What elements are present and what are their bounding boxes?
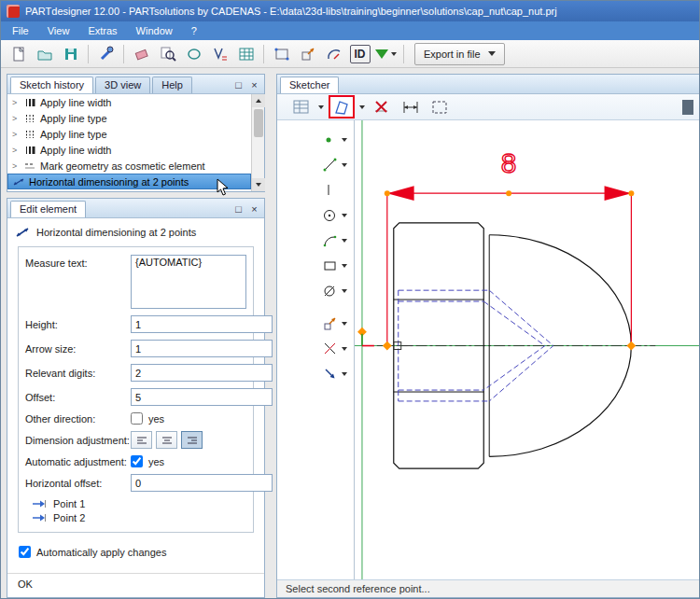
line-tool[interactable] [322,157,347,173]
scroll-thumb[interactable] [254,109,263,137]
dimension-grip[interactable] [506,190,511,196]
save-button[interactable] [58,42,83,65]
sketcher-statusbar: Select second reference point... [277,579,699,597]
close-panel-icon[interactable]: × [247,77,261,91]
tab-edit-element[interactable]: Edit element [10,201,86,217]
align-right-button[interactable] [181,431,203,449]
horizontal-dimension-button[interactable] [399,96,423,118]
open-file-button[interactable] [32,42,57,65]
app-icon [7,5,20,18]
relevant-digits-field[interactable] [131,364,273,382]
color-dropdown-button[interactable] [373,42,399,65]
apply-changes-checkbox[interactable] [19,546,31,558]
delete-dimension-button[interactable] [370,96,394,118]
dimension-arrow-tool[interactable] [322,366,347,382]
new-file-button[interactable] [6,42,31,65]
automatic-adjustment-checkbox[interactable] [131,455,143,467]
eraser-button[interactable] [129,42,154,65]
align-left-button[interactable] [131,431,152,449]
tree-item[interactable]: > Apply line type [7,110,251,126]
box-select-button[interactable] [269,42,294,65]
menu-view[interactable]: View [38,22,79,39]
tab-sketcher[interactable]: Sketcher [280,77,339,93]
box-move-button[interactable] [295,42,320,65]
tab-sketch-history[interactable]: Sketch history [10,77,93,93]
chevron-down-icon[interactable] [342,264,347,268]
point2-row[interactable]: Point 2 [32,512,246,523]
horizontal-offset-field[interactable] [131,474,273,492]
arc-tool[interactable] [322,232,347,248]
chevron-down-icon[interactable] [342,214,347,217]
chevron-down-icon[interactable] [359,105,365,109]
align-center-button[interactable] [156,431,177,449]
scroll-down-icon[interactable] [252,178,265,191]
point-tool[interactable] [322,132,347,147]
transform-tool[interactable] [322,315,347,331]
main-toolbar: ID Export in file [1,40,699,68]
slot-tool[interactable] [322,283,347,299]
chevron-down-icon[interactable] [342,163,347,167]
expander-icon[interactable]: > [12,114,20,123]
id-button[interactable]: ID [347,42,372,65]
tree-item[interactable]: > Apply line width [7,142,251,158]
circle-tool[interactable] [322,207,347,223]
tree-item[interactable]: > Apply line type [7,126,251,142]
measure-button[interactable] [321,42,346,65]
chevron-down-icon[interactable] [342,347,347,351]
measure-text-field[interactable]: {AUTOMATIC} [131,255,246,309]
dimension-list-button[interactable] [289,96,314,118]
point-arrow-icon [32,513,47,522]
chevron-down-icon[interactable] [342,372,347,376]
chevron-down-icon[interactable] [342,289,347,293]
height-field[interactable] [131,315,273,333]
float-panel-icon[interactable]: □ [231,77,245,91]
tab-3d-view[interactable]: 3D view [95,77,150,93]
rectangle-tool[interactable] [322,258,347,273]
selection-box-button[interactable] [427,96,452,118]
tree-scrollbar[interactable] [251,94,264,191]
export-in-file-button[interactable]: Export in file [414,43,505,65]
reference-point-1[interactable] [383,341,392,351]
trim-tool[interactable] [322,341,347,356]
float-panel-icon[interactable]: □ [231,202,245,216]
edit-element-title-text: Horizontal dimensioning at 2 points [36,227,196,238]
tree-item[interactable]: > Apply line width [7,94,251,110]
reference-point-2[interactable] [626,341,636,351]
toolbar-overflow-button[interactable] [682,100,693,115]
menu-extras[interactable]: Extras [78,22,126,39]
close-panel-icon[interactable]: × [247,202,261,216]
chevron-down-icon[interactable] [342,138,347,142]
dimension-value[interactable]: 8 [501,147,517,178]
ok-button[interactable]: OK [18,578,33,590]
point1-row[interactable]: Point 1 [32,498,246,509]
chevron-down-icon[interactable] [342,322,347,326]
zoom-sketch-button[interactable] [155,42,180,65]
menu-file[interactable]: File [3,22,38,39]
vertical-line-tool[interactable] [321,182,347,198]
offset-field[interactable] [131,388,273,406]
chevron-down-icon[interactable] [342,239,347,243]
tree-item-selected[interactable]: Horizontal dimensioning at 2 points [7,174,251,189]
sketch-canvas[interactable]: 8 [355,120,699,579]
tree-item-label: Horizontal dimensioning at 2 points [29,176,189,188]
dimension-grip[interactable] [385,190,390,196]
expander-icon[interactable]: > [12,146,20,155]
chevron-down-icon[interactable] [318,105,324,109]
menu-window[interactable]: Window [127,22,182,39]
expander-icon[interactable]: > [12,130,20,139]
arrow-size-label: Arrow size: [25,343,131,355]
other-direction-checkbox[interactable] [131,412,143,425]
tree-item[interactable]: > Mark geometry as cosmetic element [7,158,251,174]
table-button[interactable] [233,42,259,65]
expander-icon[interactable]: > [12,98,20,107]
scroll-up-icon[interactable] [252,94,265,107]
dimension-grip[interactable] [628,190,634,196]
tab-help[interactable]: Help [152,77,192,93]
arrow-size-field[interactable] [131,340,273,357]
circle-tool-button[interactable] [181,42,206,65]
transfer-part-button[interactable] [93,42,119,65]
variable-dimension-button[interactable] [207,42,232,65]
menu-help[interactable]: ? [182,22,206,39]
active-dimension-tool[interactable] [329,95,355,118]
expander-icon[interactable]: > [12,161,20,171]
